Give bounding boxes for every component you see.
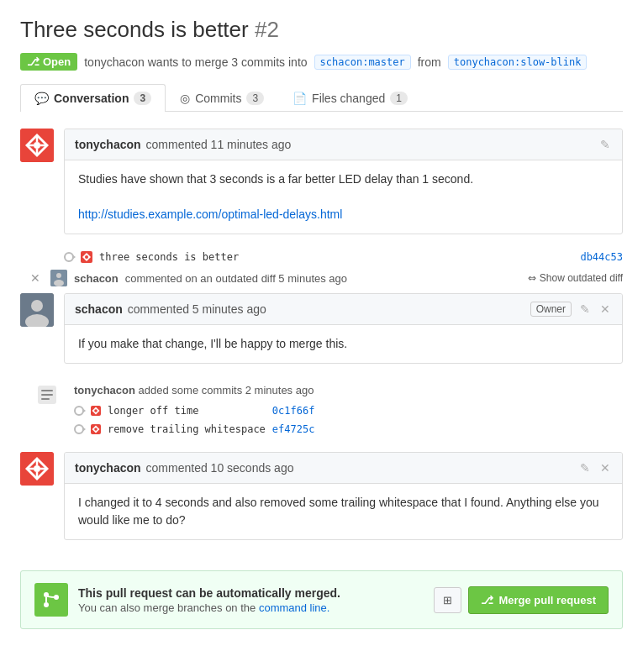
svg-point-13 — [54, 280, 64, 286]
edit-button-2[interactable]: ✎ — [578, 301, 592, 318]
comment-text-3: I changed it to 4 seconds and also remov… — [78, 494, 609, 529]
comment-actions-2: Owner ✎ ✕ — [530, 301, 612, 318]
author-3[interactable]: tonychacon — [75, 461, 141, 475]
comment-actions-3: ✎ ✕ — [578, 459, 612, 476]
outdated-row: ✕ schacon commented on an outdated diff … — [20, 266, 623, 293]
conversation-icon: 💬 — [34, 92, 49, 105]
comment-time-1: commented 11 minutes ago — [146, 138, 292, 151]
commits-added-content: tonychacon added some commits 2 minutes … — [74, 384, 314, 438]
commit-added-1: longer off time 0c1f66f — [74, 402, 314, 420]
tab-conversation[interactable]: 💬 Conversation 3 — [20, 84, 166, 112]
commit-msg-1: three seconds is better — [99, 251, 239, 263]
status-text: tonychacon wants to merge 3 commits into — [84, 55, 307, 69]
merge-subtitle: You can also merge branches on the comma… — [78, 601, 424, 614]
author-2[interactable]: schacon — [75, 302, 123, 316]
svg-point-23 — [94, 409, 98, 412]
commit-arrow-added-2 — [74, 424, 84, 434]
comment-body-3: I changed it to 4 seconds and also remov… — [65, 484, 622, 539]
schacon-photo-icon — [20, 293, 54, 327]
comment-3: tonychacon commented 10 seconds ago ✎ ✕ … — [20, 452, 623, 540]
delete-button-3[interactable]: ✕ — [598, 459, 612, 476]
avatar-schacon-small — [50, 270, 67, 286]
base-branch[interactable]: schacon:master — [314, 55, 411, 70]
merge-settings-icon: ⊞ — [443, 594, 452, 606]
merge-actions: ⊞ ⎇ Merge pull request — [434, 586, 609, 614]
commit-added-msg-1: longer off time — [108, 405, 198, 417]
head-branch[interactable]: tonychacon:slow-blink — [448, 55, 588, 70]
status-bar: ⎇ Open tonychacon wants to merge 3 commi… — [20, 53, 623, 71]
comment-box-3: tonychacon commented 10 seconds ago ✎ ✕ … — [64, 452, 623, 540]
commit-git-icon-added-2 — [91, 424, 101, 434]
svg-point-15 — [31, 300, 43, 312]
comment-text-1: Studies have shown that 3 seconds is a f… — [78, 171, 609, 188]
timeline: tonychacon commented 11 minutes ago ✎ St… — [20, 129, 623, 554]
owner-badge: Owner — [530, 302, 572, 317]
merge-button-label: Merge pull request — [498, 594, 596, 606]
merge-settings-button[interactable]: ⊞ — [434, 587, 461, 613]
title-text: Three seconds is better — [20, 17, 249, 42]
comment-meta-2: schacon commented 5 minutes ago — [75, 302, 266, 316]
close-outdated-button[interactable]: ✕ — [30, 271, 40, 285]
edit-button-3[interactable]: ✎ — [578, 459, 592, 476]
svg-point-3 — [34, 142, 40, 149]
merge-icon-box — [34, 583, 68, 617]
comment-meta-1: tonychacon commented 11 minutes ago — [75, 138, 291, 151]
from-text: from — [418, 55, 441, 69]
schacon-avatar-icon — [50, 270, 67, 286]
badge-label: Open — [43, 55, 71, 68]
command-line-link[interactable]: command line. — [259, 601, 330, 614]
outdated-time: commented on an outdated diff 5 minutes … — [125, 272, 347, 285]
open-badge: ⎇ Open — [20, 53, 77, 71]
svg-point-30 — [34, 465, 40, 472]
outdated-author: schacon — [74, 272, 119, 285]
commit-line-1: three seconds is better db44c53 — [20, 248, 623, 266]
comment-body-2: If you make that change, I'll be happy t… — [65, 325, 622, 363]
git-logo-icon-3 — [20, 452, 54, 486]
author-1[interactable]: tonychacon — [75, 138, 141, 151]
merge-button[interactable]: ⎇ Merge pull request — [468, 586, 609, 614]
commits-added-text: tonychacon added some commits 2 minutes … — [74, 384, 314, 396]
merge-footer: This pull request can be automatically m… — [20, 570, 623, 629]
comment-body-1: Studies have shown that 3 seconds is a f… — [65, 160, 622, 234]
tab-commits-label: Commits — [195, 92, 241, 105]
commit-sha-1[interactable]: db44c53 — [580, 251, 623, 263]
files-count: 1 — [390, 92, 408, 105]
commit-arrow-icon-1 — [64, 252, 74, 262]
issue-number: #2 — [255, 17, 279, 42]
merge-title: This pull request can be automatically m… — [78, 586, 424, 600]
show-outdated-icon: ⇔ — [528, 272, 536, 284]
outdated-author-name[interactable]: schacon — [74, 272, 119, 285]
commit-added-sha-2[interactable]: ef4725c — [272, 423, 315, 435]
commit-git-icon-1 — [81, 251, 92, 263]
commits-added-author[interactable]: tonychacon — [74, 384, 135, 396]
avatar-schacon — [20, 293, 54, 327]
merge-subtitle-text: You can also merge branches on the — [78, 601, 256, 614]
merge-button-icon: ⎇ — [481, 594, 493, 606]
comment-time-2: commented 5 minutes ago — [128, 302, 266, 316]
svg-point-26 — [94, 428, 98, 431]
conversation-count: 3 — [134, 92, 151, 105]
comment-2: schacon commented 5 minutes ago Owner ✎ … — [20, 293, 623, 364]
commits-icon: ◎ — [180, 92, 190, 105]
comment-header-2: schacon commented 5 minutes ago Owner ✎ … — [65, 294, 622, 325]
comment-link-1[interactable]: http://studies.example.com/optimal-led-d… — [78, 207, 342, 221]
svg-rect-19 — [41, 394, 53, 396]
show-outdated-button[interactable]: ⇔ Show outdated diff — [528, 272, 623, 284]
commit-added-sha-1[interactable]: 0c1f66f — [272, 405, 315, 417]
commit-added-2: remove trailing whitespace ef4725c — [74, 420, 314, 438]
svg-point-10 — [85, 255, 88, 259]
commit-added-msg-2: remove trailing whitespace — [108, 423, 266, 435]
files-icon: 📄 — [293, 92, 307, 105]
tab-commits[interactable]: ◎ Commits 3 — [166, 84, 278, 112]
comment-header-3: tonychacon commented 10 seconds ago ✎ ✕ — [65, 453, 622, 484]
tab-files[interactable]: 📄 Files changed 1 — [278, 84, 422, 112]
commits-added-time: added some commits 2 minutes ago — [139, 384, 314, 396]
svg-rect-18 — [41, 390, 53, 391]
merge-text: This pull request can be automatically m… — [78, 586, 424, 614]
svg-rect-20 — [41, 398, 50, 400]
avatar-tonychacon-1 — [20, 129, 54, 162]
edit-button-1[interactable]: ✎ — [598, 136, 612, 153]
delete-button-2[interactable]: ✕ — [598, 301, 612, 318]
comment-text-2: If you make that change, I'll be happy t… — [78, 335, 609, 353]
comment-meta-3: tonychacon commented 10 seconds ago — [75, 461, 293, 475]
